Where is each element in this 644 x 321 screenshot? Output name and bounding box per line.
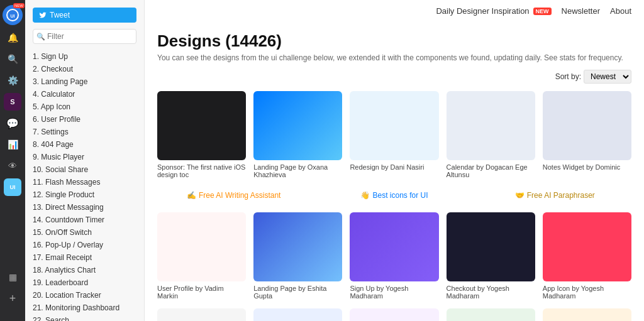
card-label: Landing Page by Eshita Gupta xyxy=(253,285,342,300)
tweet-button[interactable]: Tweet xyxy=(33,8,136,23)
card-thumbnail xyxy=(157,308,246,321)
card-thumbnail xyxy=(543,212,631,281)
nav-list-item[interactable]: 19. Leaderboard xyxy=(33,276,136,289)
card-label: App Icon by Yogesh Madharam xyxy=(543,285,631,300)
main-area: Daily Designer Inspiration NEW Newslette… xyxy=(145,0,644,321)
row2-grid: User Profile by Vadim Markin Landing Pag… xyxy=(157,212,631,300)
nav-list-item[interactable]: 3. Landing Page xyxy=(33,75,136,88)
layers-icon[interactable]: ▦ xyxy=(4,268,21,286)
nav-list: 1. Sign Up2. Checkout3. Landing Page4. C… xyxy=(25,50,144,321)
design-card[interactable] xyxy=(447,308,535,321)
main-content: Designs (14426) You can see the designs … xyxy=(145,0,644,321)
design-card[interactable] xyxy=(350,308,438,321)
design-card[interactable]: App Icon by Yogesh Madharam xyxy=(543,212,631,300)
notification-icon[interactable]: 🔔 xyxy=(4,29,21,46)
nav-list-item[interactable]: 7. Settings xyxy=(33,126,136,138)
filter-input-wrap: 🔍 xyxy=(33,29,136,44)
nav-list-item[interactable]: 6. User Profile xyxy=(33,113,136,126)
sort-select[interactable]: NewestPopularOldest xyxy=(584,70,631,84)
card-label: Sign Up by Yogesh Madharam xyxy=(350,285,438,300)
design-card[interactable]: Landing Page by Eshita Gupta xyxy=(253,212,342,300)
sort-bar: Sort by: NewestPopularOldest xyxy=(157,70,631,84)
card-label: Calendar by Dogacan Ege Altunsu xyxy=(447,163,535,178)
design-card[interactable]: Sign Up by Yogesh Madharam xyxy=(350,212,438,300)
eye-icon[interactable]: 👁 xyxy=(4,157,21,175)
card-label: Landing Page by Oxana Khazhieva xyxy=(253,163,342,178)
card-thumbnail xyxy=(350,308,438,321)
ui-logo-icon[interactable]: UI xyxy=(4,178,21,196)
design-card[interactable] xyxy=(543,308,631,321)
card-thumbnail xyxy=(157,212,246,281)
card-thumbnail xyxy=(253,91,342,160)
filter-search-icon: 🔍 xyxy=(36,33,45,41)
nav-list-item[interactable]: 2. Checkout xyxy=(33,63,136,75)
design-card[interactable]: Checkout by Yogesh Madharam xyxy=(447,212,535,300)
ad-item[interactable]: 🤝Free AI Paraphraser xyxy=(479,187,631,204)
nav-list-item[interactable]: 17. Email Receipt xyxy=(33,251,136,264)
nav-list-item[interactable]: 15. On/Off Switch xyxy=(33,226,136,239)
icon-sidebar: UI 🔔 🔍 ⚙️ S 💬 📊 👁 UI ▦ + xyxy=(0,0,25,321)
card-thumbnail xyxy=(447,91,535,160)
card-thumbnail xyxy=(447,308,535,321)
analytics-icon[interactable]: 📊 xyxy=(4,136,21,153)
svg-text:UI: UI xyxy=(11,14,15,18)
design-card[interactable]: Sponsor: The first native iOS design toc xyxy=(157,91,246,178)
nav-list-item[interactable]: 18. Analytics Chart xyxy=(33,264,136,276)
card-thumbnail xyxy=(350,212,438,281)
design-card[interactable]: Notes Widget by Dominic xyxy=(543,91,631,178)
design-card[interactable] xyxy=(157,308,246,321)
page-desc: You can see the designs from the ui chal… xyxy=(157,53,631,62)
nav-list-item[interactable]: 20. Location Tracker xyxy=(33,289,136,302)
card-thumbnail xyxy=(157,91,246,160)
design-card[interactable] xyxy=(253,308,342,321)
card-label: User Profile by Vadim Markin xyxy=(157,285,246,300)
add-icon[interactable]: + xyxy=(4,290,21,307)
nav-list-item[interactable]: 16. Pop-Up / Overlay xyxy=(33,239,136,251)
filter-input[interactable] xyxy=(33,29,136,44)
nav-list-item[interactable]: 12. Single Product xyxy=(33,188,136,201)
design-card[interactable]: Redesign by Dani Nasiri xyxy=(350,91,438,178)
settings-icon[interactable]: ⚙️ xyxy=(4,72,21,89)
card-thumbnail xyxy=(543,91,631,160)
card-label: Sponsor: The first native iOS design toc xyxy=(157,163,246,178)
app-logo-icon[interactable]: UI xyxy=(3,5,23,25)
nav-list-item[interactable]: 1. Sign Up xyxy=(33,50,136,63)
design-card[interactable]: User Profile by Vadim Markin xyxy=(157,212,246,300)
daily-inspiration-label: Daily Designer Inspiration xyxy=(436,6,529,16)
page-title: Designs (14426) xyxy=(157,31,631,51)
ad-row: ✍️Free AI Writing Assistant👋Best icons f… xyxy=(157,187,631,204)
card-label: Notes Widget by Dominic xyxy=(543,163,631,171)
message-icon[interactable]: 💬 xyxy=(4,114,21,132)
ad-item[interactable]: ✍️Free AI Writing Assistant xyxy=(157,187,310,204)
newsletter-link[interactable]: Newsletter xyxy=(562,6,600,16)
nav-list-item[interactable]: 10. Social Share xyxy=(33,163,136,176)
nav-list-item[interactable]: 8. 404 Page xyxy=(33,138,136,151)
nav-list-item[interactable]: 21. Monitoring Dashboard xyxy=(33,302,136,314)
design-card[interactable]: Calendar by Dogacan Ege Altunsu xyxy=(447,91,535,178)
about-link[interactable]: About xyxy=(610,6,631,16)
row3-grid xyxy=(157,308,631,321)
card-label: Redesign by Dani Nasiri xyxy=(350,163,438,171)
ad-item[interactable]: 👋Best icons for UI xyxy=(318,187,470,204)
nav-list-item[interactable]: 13. Direct Messaging xyxy=(33,201,136,214)
daily-inspiration[interactable]: Daily Designer Inspiration NEW xyxy=(436,6,551,16)
card-label: Checkout by Yogesh Madharam xyxy=(447,285,535,300)
nav-list-item[interactable]: 4. Calculator xyxy=(33,88,136,101)
design-card[interactable]: Landing Page by Oxana Khazhieva xyxy=(253,91,342,178)
new-badge: NEW xyxy=(533,8,552,15)
card-thumbnail xyxy=(543,308,631,321)
nav-sidebar: Tweet 🔍 1. Sign Up2. Checkout3. Landing … xyxy=(25,0,145,321)
sort-label: Sort by: xyxy=(555,72,581,81)
nav-list-item[interactable]: 11. Flash Messages xyxy=(33,176,136,188)
card-thumbnail xyxy=(253,212,342,281)
card-thumbnail xyxy=(253,308,342,321)
nav-list-item[interactable]: 22. Search xyxy=(33,314,136,321)
nav-list-item[interactable]: 9. Music Player xyxy=(33,151,136,163)
nav-list-item[interactable]: 14. Countdown Timer xyxy=(33,214,136,226)
row1-grid: Sponsor: The first native iOS design toc… xyxy=(157,91,631,178)
nav-list-item[interactable]: 5. App Icon xyxy=(33,101,136,113)
search-icon[interactable]: 🔍 xyxy=(4,50,21,68)
slack-icon[interactable]: S xyxy=(4,93,21,111)
card-thumbnail xyxy=(447,212,535,281)
card-thumbnail xyxy=(350,91,438,160)
